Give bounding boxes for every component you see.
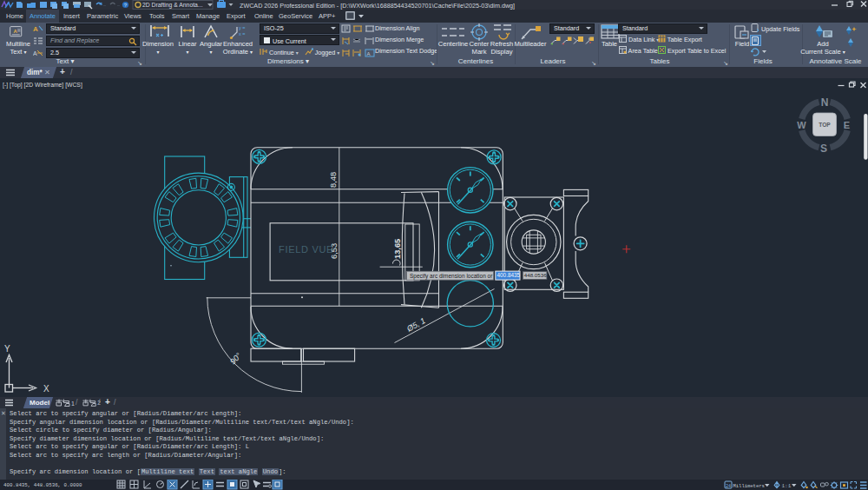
svg-text:y =: y = xyxy=(239,25,246,30)
svg-text:24: 24 xyxy=(726,483,731,488)
svg-text:A: A xyxy=(367,51,371,56)
svg-text:13,65: 13,65 xyxy=(393,239,402,259)
svg-text:TOP: TOP xyxy=(819,122,831,128)
svg-text:1:1: 1:1 xyxy=(782,482,792,488)
svg-text:FIELD VUE: FIELD VUE xyxy=(279,244,333,255)
svg-text:448.0536: 448.0536 xyxy=(524,272,547,278)
svg-text:A: A xyxy=(14,29,18,34)
svg-text:A: A xyxy=(33,50,37,56)
svg-text:Y: Y xyxy=(4,344,10,354)
svg-text:90°: 90° xyxy=(228,351,243,366)
svg-text:A: A xyxy=(33,25,38,33)
svg-text:Specify arc dimension location: Specify arc dimension location or xyxy=(410,273,493,280)
svg-text:W: W xyxy=(797,120,806,130)
svg-text:1: 1 xyxy=(71,401,75,407)
svg-text:400.8435: 400.8435 xyxy=(497,272,521,278)
svg-text:X: X xyxy=(43,384,49,394)
svg-text:Millimeters: Millimeters xyxy=(733,482,765,488)
svg-text:S: S xyxy=(820,142,827,155)
svg-text:[-] [Top] [2D Wireframe] [WCS]: [-] [Top] [2D Wireframe] [WCS] xyxy=(3,82,82,89)
svg-text:8,48: 8,48 xyxy=(329,172,338,188)
svg-text:N: N xyxy=(821,96,829,109)
svg-text:x =: x = xyxy=(239,31,246,36)
svg-text:E: E xyxy=(844,120,850,130)
